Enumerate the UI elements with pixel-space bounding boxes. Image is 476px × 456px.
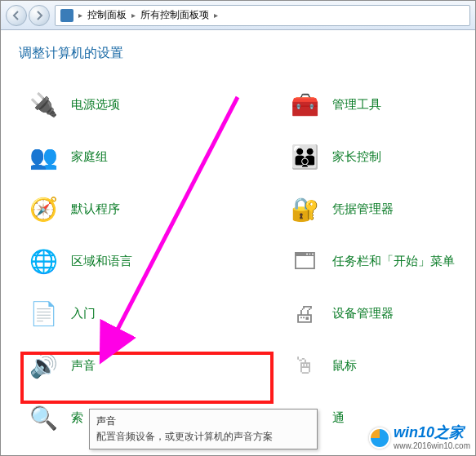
crumb-control-panel[interactable]: 控制面板	[87, 8, 127, 22]
home-icon: 👥	[27, 140, 60, 173]
control-panel-icon	[60, 9, 73, 22]
item-label: 区域和语言	[71, 254, 132, 269]
taskbar-icon: 🗔	[288, 245, 321, 277]
items-grid: 🔌电源选项👥家庭组🧭默认程序🌐区域和语言📄入门🔊声音🔍索 🧰管理工具👪家长控制🔐…	[19, 78, 465, 444]
item-label: 管理工具	[332, 97, 381, 113]
item-label: 家庭组	[71, 149, 108, 165]
column-left: 🔌电源选项👥家庭组🧭默认程序🌐区域和语言📄入门🔊声音🔍索	[19, 78, 280, 444]
mouse-icon: 🖱	[288, 349, 321, 382]
forward-button[interactable]	[29, 5, 50, 26]
item-region-language[interactable]: 🌐区域和语言	[19, 235, 280, 287]
tooltip: 声音 配置音频设备，或更改计算机的声音方案	[89, 409, 318, 449]
item-label: 通	[332, 410, 345, 426]
item-label: 家长控制	[332, 149, 381, 165]
item-label: 默认程序	[71, 201, 120, 217]
item-label: 声音	[71, 358, 96, 374]
programs-icon: 🧭	[27, 193, 60, 225]
watermark-url: www.2016win10.com	[394, 441, 470, 450]
tooltip-description: 配置音频设备，或更改计算机的声音方案	[96, 430, 310, 444]
column-right: 🧰管理工具👪家长控制🔐凭据管理器🗔任务栏和「开始」菜单🖨设备管理器🖱鼠标🖥通	[280, 78, 465, 444]
sound-icon: 🔊	[27, 349, 60, 382]
item-homegroup[interactable]: 👥家庭组	[19, 131, 280, 183]
item-credentials[interactable]: 🔐凭据管理器	[280, 183, 465, 235]
region-icon: 🌐	[27, 245, 60, 277]
item-label: 入门	[71, 306, 96, 321]
tooltip-title: 声音	[96, 414, 310, 428]
item-label: 电源选项	[71, 97, 120, 113]
item-label: 任务栏和「开始」菜单	[332, 254, 455, 269]
page-title: 调整计算机的设置	[19, 45, 465, 62]
chevron-right-icon: ▸	[214, 11, 218, 20]
item-mouse[interactable]: 🖱鼠标	[280, 339, 465, 392]
search-icon: 🔍	[27, 401, 60, 434]
devmgr-icon: 🖨	[288, 297, 321, 330]
parental-icon: 👪	[288, 140, 321, 173]
intro-icon: 📄	[27, 297, 60, 330]
item-label: 鼠标	[332, 358, 357, 374]
item-label: 凭据管理器	[332, 201, 394, 217]
item-sound[interactable]: 🔊声音	[19, 339, 280, 392]
item-admin-tools[interactable]: 🧰管理工具	[280, 78, 465, 131]
watermark: win10之家 www.2016win10.com	[369, 425, 470, 450]
credentials-icon: 🔐	[288, 193, 321, 225]
content-area: 调整计算机的设置 🔌电源选项👥家庭组🧭默认程序🌐区域和语言📄入门🔊声音🔍索 🧰管…	[1, 30, 475, 444]
breadcrumb[interactable]: ▸ 控制面板 ▸ 所有控制面板项 ▸	[55, 5, 470, 26]
chevron-right-icon: ▸	[131, 11, 136, 20]
item-label: 设备管理器	[332, 306, 394, 321]
item-parental[interactable]: 👪家长控制	[280, 131, 465, 183]
admin-icon: 🧰	[288, 88, 321, 121]
item-getting-started[interactable]: 📄入门	[19, 287, 280, 339]
crumb-all-items[interactable]: 所有控制面板项	[140, 8, 209, 22]
power-icon: 🔌	[27, 88, 60, 121]
chevron-right-icon: ▸	[78, 11, 82, 20]
nav-buttons	[6, 5, 50, 26]
item-power[interactable]: 🔌电源选项	[19, 78, 280, 131]
item-default-programs[interactable]: 🧭默认程序	[19, 183, 280, 235]
address-bar: ▸ 控制面板 ▸ 所有控制面板项 ▸	[1, 1, 475, 30]
item-label: 索	[71, 410, 83, 426]
watermark-logo-icon	[369, 427, 390, 449]
back-button[interactable]	[6, 5, 27, 26]
watermark-brand: win10之家	[394, 425, 470, 441]
item-taskbar-start[interactable]: 🗔任务栏和「开始」菜单	[280, 235, 465, 287]
item-device-manager[interactable]: 🖨设备管理器	[280, 287, 465, 339]
